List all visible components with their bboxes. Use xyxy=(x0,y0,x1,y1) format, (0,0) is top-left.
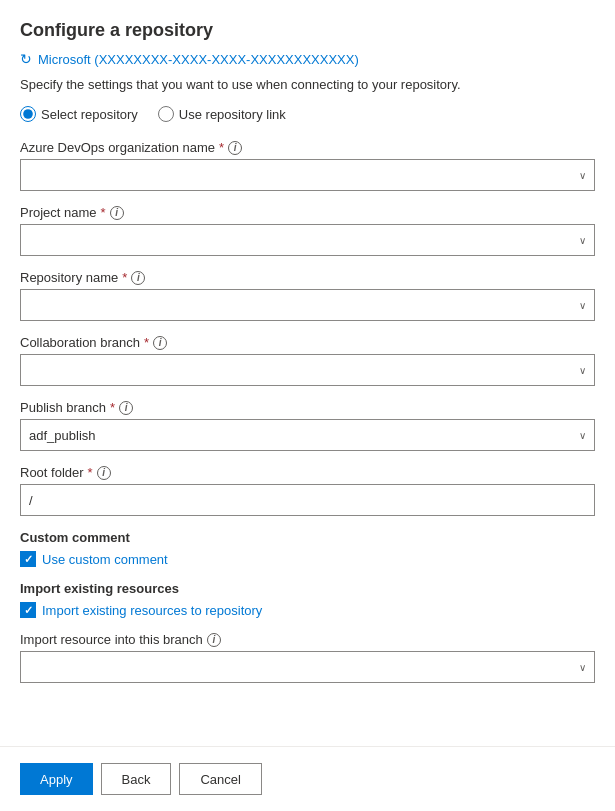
project-name-required: * xyxy=(101,205,106,220)
custom-comment-checkbox[interactable]: ✓ Use custom comment xyxy=(20,551,595,567)
import-branch-label-text: Import resource into this branch xyxy=(20,632,203,647)
collaboration-branch-required: * xyxy=(144,335,149,350)
collaboration-branch-field: Collaboration branch * i ∨ xyxy=(20,335,595,386)
publish-branch-dropdown[interactable]: adf_publish ∨ xyxy=(20,419,595,451)
root-folder-field: Root folder * i xyxy=(20,465,595,516)
project-name-field: Project name * i ∨ xyxy=(20,205,595,256)
radio-select-repository-label: Select repository xyxy=(41,107,138,122)
project-name-dropdown[interactable]: ∨ xyxy=(20,224,595,256)
radio-group: Select repository Use repository link xyxy=(20,106,595,122)
azure-devops-org-required: * xyxy=(219,140,224,155)
publish-branch-value: adf_publish xyxy=(29,428,96,443)
repository-name-info-icon[interactable]: i xyxy=(131,271,145,285)
import-resources-checkbox-label: Import existing resources to repository xyxy=(42,603,262,618)
azure-devops-org-chevron: ∨ xyxy=(579,170,586,181)
publish-branch-label-text: Publish branch xyxy=(20,400,106,415)
repository-name-field: Repository name * i ∨ xyxy=(20,270,595,321)
repository-name-dropdown[interactable]: ∨ xyxy=(20,289,595,321)
root-folder-info-icon[interactable]: i xyxy=(97,466,111,480)
refresh-icon: ↻ xyxy=(20,51,32,67)
repository-name-required: * xyxy=(122,270,127,285)
repository-name-label: Repository name * i xyxy=(20,270,595,285)
import-branch-dropdown[interactable]: ∨ xyxy=(20,651,595,683)
cancel-button[interactable]: Cancel xyxy=(179,763,261,795)
radio-use-link[interactable]: Use repository link xyxy=(158,106,286,122)
repository-name-label-text: Repository name xyxy=(20,270,118,285)
collaboration-branch-info-icon[interactable]: i xyxy=(153,336,167,350)
custom-comment-checkmark: ✓ xyxy=(24,553,33,566)
root-folder-required: * xyxy=(88,465,93,480)
custom-comment-section-label: Custom comment xyxy=(20,530,595,545)
collaboration-branch-label: Collaboration branch * i xyxy=(20,335,595,350)
azure-devops-org-info-icon[interactable]: i xyxy=(228,141,242,155)
import-resources-checkmark: ✓ xyxy=(24,604,33,617)
publish-branch-required: * xyxy=(110,400,115,415)
import-branch-field: Import resource into this branch i ∨ xyxy=(20,632,595,683)
apply-button[interactable]: Apply xyxy=(20,763,93,795)
azure-devops-org-dropdown[interactable]: ∨ xyxy=(20,159,595,191)
azure-devops-org-label-text: Azure DevOps organization name xyxy=(20,140,215,155)
custom-comment-checkbox-label: Use custom comment xyxy=(42,552,168,567)
root-folder-label-text: Root folder xyxy=(20,465,84,480)
page-title: Configure a repository xyxy=(20,20,595,41)
root-folder-input[interactable] xyxy=(20,484,595,516)
custom-comment-group: Custom comment ✓ Use custom comment xyxy=(20,530,595,567)
azure-devops-org-field: Azure DevOps organization name * i ∨ xyxy=(20,140,595,191)
project-name-label-text: Project name xyxy=(20,205,97,220)
azure-devops-org-label: Azure DevOps organization name * i xyxy=(20,140,595,155)
footer: Apply Back Cancel xyxy=(20,747,595,811)
publish-branch-field: Publish branch * i adf_publish ∨ xyxy=(20,400,595,451)
import-resources-group: Import existing resources ✓ Import exist… xyxy=(20,581,595,618)
collaboration-branch-chevron: ∨ xyxy=(579,365,586,376)
radio-select-repository-input[interactable] xyxy=(20,106,36,122)
page-wrapper: Configure a repository ↻ Microsoft (XXXX… xyxy=(0,0,615,811)
project-name-chevron: ∨ xyxy=(579,235,586,246)
radio-select-repository[interactable]: Select repository xyxy=(20,106,138,122)
import-resources-section-label: Import existing resources xyxy=(20,581,595,596)
import-branch-info-icon[interactable]: i xyxy=(207,633,221,647)
collaboration-branch-label-text: Collaboration branch xyxy=(20,335,140,350)
collaboration-branch-dropdown[interactable]: ∨ xyxy=(20,354,595,386)
project-name-label: Project name * i xyxy=(20,205,595,220)
import-branch-chevron: ∨ xyxy=(579,662,586,673)
radio-use-link-label: Use repository link xyxy=(179,107,286,122)
import-resources-checkbox[interactable]: ✓ Import existing resources to repositor… xyxy=(20,602,595,618)
org-name: Microsoft (XXXXXXXX-XXXX-XXXX-XXXXXXXXXX… xyxy=(38,52,359,67)
radio-use-link-input[interactable] xyxy=(158,106,174,122)
org-row: ↻ Microsoft (XXXXXXXX-XXXX-XXXX-XXXXXXXX… xyxy=(20,51,595,67)
import-branch-label: Import resource into this branch i xyxy=(20,632,595,647)
publish-branch-chevron: ∨ xyxy=(579,430,586,441)
description-text: Specify the settings that you want to us… xyxy=(20,77,595,92)
import-resources-checkbox-box: ✓ xyxy=(20,602,36,618)
custom-comment-checkbox-box: ✓ xyxy=(20,551,36,567)
project-name-info-icon[interactable]: i xyxy=(110,206,124,220)
repository-name-chevron: ∨ xyxy=(579,300,586,311)
publish-branch-label: Publish branch * i xyxy=(20,400,595,415)
publish-branch-info-icon[interactable]: i xyxy=(119,401,133,415)
back-button[interactable]: Back xyxy=(101,763,172,795)
root-folder-label: Root folder * i xyxy=(20,465,595,480)
